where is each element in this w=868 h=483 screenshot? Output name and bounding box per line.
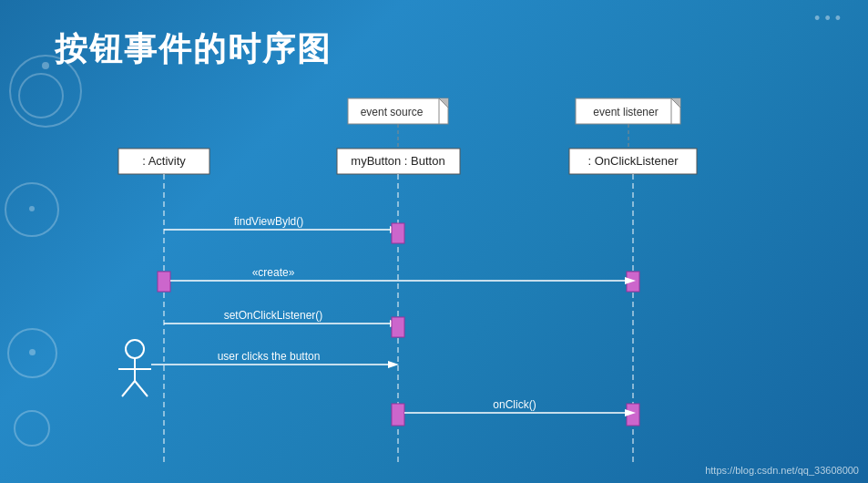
svg-line-37: [122, 381, 135, 396]
watermark: https://blog.csdn.net/qq_33608000: [705, 465, 859, 476]
svg-text:setOnClickListener(): setOnClickListener(): [224, 309, 323, 322]
svg-marker-40: [388, 361, 399, 368]
svg-text:onClick(): onClick(): [493, 398, 536, 411]
svg-text:user clicks the button: user clicks the button: [218, 350, 321, 363]
svg-line-38: [135, 381, 148, 396]
svg-rect-25: [158, 272, 170, 292]
svg-point-34: [126, 340, 144, 358]
svg-text:event source: event source: [361, 106, 424, 118]
svg-rect-24: [392, 223, 404, 243]
svg-text:myButton : Button: myButton : Button: [351, 154, 444, 168]
svg-text:event listener: event listener: [593, 106, 658, 118]
svg-text:findViewByld(): findViewByld(): [234, 215, 303, 228]
svg-text:: OnClickListener: : OnClickListener: [588, 154, 679, 168]
svg-rect-42: [392, 404, 404, 426]
svg-text:«create»: «create»: [252, 266, 295, 279]
sequence-diagram: event source event listener : Activity m…: [0, 0, 868, 483]
svg-rect-33: [392, 317, 404, 337]
svg-text:: Activity: : Activity: [142, 154, 186, 168]
